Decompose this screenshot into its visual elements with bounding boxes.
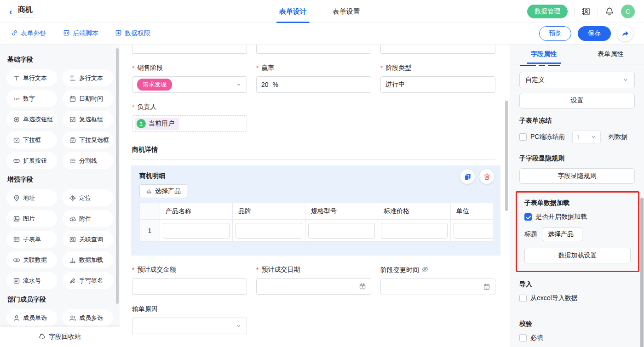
back-icon[interactable]: ‹ bbox=[9, 7, 12, 16]
stage-change-time-input[interactable]: 7 bbox=[380, 279, 495, 295]
data-load-settings-button[interactable]: 数据加载设置 bbox=[524, 248, 631, 263]
multi-select-icon bbox=[69, 136, 76, 144]
section-title-enhanced: 增强字段 bbox=[7, 176, 113, 184]
share-icon[interactable] bbox=[617, 26, 633, 41]
field-type-pill[interactable]: 定位 bbox=[63, 189, 113, 206]
lookup-icon bbox=[69, 235, 76, 243]
field-type-pill[interactable]: 扩展按钮 bbox=[6, 152, 57, 169]
section-title-basic: 基础字段 bbox=[7, 56, 113, 64]
toolbar-link[interactable]: 后端脚本 bbox=[63, 29, 98, 38]
user-avatar[interactable]: C bbox=[621, 5, 635, 18]
field-type-pill[interactable]: 单行文本 bbox=[6, 69, 57, 86]
column-header: 品牌 bbox=[233, 203, 305, 220]
visibility-rules-button[interactable]: 字段显隐规则 bbox=[519, 168, 635, 184]
freeze-checkbox[interactable] bbox=[519, 133, 527, 141]
contact-book-icon[interactable] bbox=[581, 6, 591, 17]
select-product-button[interactable]: 选择产品 bbox=[139, 184, 187, 198]
lose-reason-select[interactable] bbox=[132, 318, 247, 334]
tab-field-properties[interactable]: 字段属性 bbox=[510, 45, 577, 64]
field-type-pill[interactable]: 分割线 bbox=[63, 152, 113, 169]
copy-icon[interactable] bbox=[460, 169, 475, 184]
field-type-pill[interactable]: 123 数字 bbox=[6, 90, 57, 107]
field-expected-amount[interactable]: 预计成交金额 bbox=[132, 256, 247, 295]
expected-date-input[interactable]: 7 bbox=[256, 278, 371, 295]
data-manage-button[interactable]: 数据管理 bbox=[527, 5, 568, 18]
stage-type-input[interactable]: 进行中 bbox=[380, 76, 495, 93]
field-type-pill[interactable]: 流水号 bbox=[6, 272, 57, 289]
data-load-title-input[interactable] bbox=[543, 228, 582, 241]
data-load-title-field: 标题 bbox=[524, 228, 631, 241]
field-type-pill[interactable]: 复选框组 bbox=[63, 111, 113, 128]
field-type-pill[interactable]: 关联数据 bbox=[6, 251, 57, 268]
field-type-pill[interactable]: 子表单 bbox=[6, 231, 57, 248]
win-rate-unit: % bbox=[273, 81, 278, 88]
field-type-pill[interactable]: 图片 bbox=[6, 210, 57, 227]
sales-stage-select[interactable]: 需求发现 bbox=[132, 76, 247, 93]
field-type-pill[interactable]: 下拉框 bbox=[6, 131, 57, 148]
table-cell bbox=[451, 220, 494, 242]
cell-input[interactable] bbox=[236, 223, 302, 239]
expected-amount-input[interactable] bbox=[132, 278, 247, 295]
field-type-pill[interactable]: 成员单选 bbox=[6, 309, 57, 326]
field-owner[interactable]: 负责人 当前用户 bbox=[132, 93, 247, 132]
subform-table-wrapper: 产品名称品牌规格型号标准价格单位 1 bbox=[139, 203, 493, 242]
column-header: 标准价格 bbox=[378, 203, 451, 220]
freeze-column-count-select[interactable]: 1 bbox=[572, 131, 601, 143]
field-recycle-bin[interactable]: 字段回收站 bbox=[0, 327, 120, 347]
settings-button[interactable]: 设置 bbox=[519, 93, 635, 108]
win-rate-input[interactable]: 20 % bbox=[256, 76, 371, 93]
field-type-pill[interactable]: 单选按钮组 bbox=[6, 111, 57, 128]
required-checkbox[interactable] bbox=[519, 334, 527, 341]
toolbar-link[interactable]: 数据权限 bbox=[115, 29, 150, 38]
preview-button[interactable]: 预览 bbox=[539, 26, 571, 41]
field-type-pill[interactable]: 成员多选 bbox=[63, 309, 113, 326]
owner-picker[interactable]: 当前用户 bbox=[132, 115, 247, 132]
tab-form-design[interactable]: 表单设计 bbox=[279, 0, 307, 23]
section-title-members: 部门成员字段 bbox=[7, 296, 113, 304]
subform-field-selected[interactable]: 商机明细 选择产品 产品 bbox=[131, 165, 500, 256]
chevron-down-icon bbox=[622, 77, 629, 83]
clipped-input[interactable] bbox=[380, 45, 495, 54]
toolbar-link[interactable]: 表单外链 bbox=[11, 29, 46, 38]
save-button[interactable]: 保存 bbox=[578, 26, 611, 41]
field-type-pill[interactable]: 关联查询 bbox=[63, 231, 113, 248]
field-win-rate[interactable]: 赢率 20 % bbox=[256, 54, 371, 93]
cell-input[interactable] bbox=[454, 223, 493, 239]
sidebar-scrollbar[interactable] bbox=[116, 48, 119, 304]
panel-scrollbar[interactable] bbox=[640, 198, 644, 347]
external-link-icon bbox=[11, 29, 18, 38]
field-stage-type[interactable]: 阶段类型 进行中 bbox=[380, 54, 495, 93]
bell-icon[interactable] bbox=[604, 6, 615, 17]
excel-import-row: 从excel导入数据 bbox=[519, 294, 635, 302]
column-header: 规格型号 bbox=[305, 203, 378, 220]
custom-option-select[interactable]: 自定义 bbox=[519, 72, 635, 88]
divider-icon bbox=[69, 157, 76, 165]
field-stage-change-time[interactable]: 阶段变更时间 7 bbox=[380, 256, 495, 295]
cell-input[interactable] bbox=[381, 223, 448, 239]
tab-form-settings[interactable]: 表单设置 bbox=[333, 0, 360, 23]
column-header: 单位 bbox=[451, 203, 494, 220]
number-icon: 123 bbox=[12, 95, 20, 102]
signature-icon bbox=[69, 277, 76, 284]
field-type-pill[interactable]: 下拉复选框 bbox=[63, 131, 113, 148]
field-expected-date[interactable]: 预计成交日期 7 bbox=[256, 256, 371, 295]
field-type-pill[interactable]: 地址 bbox=[6, 189, 57, 206]
cell-input[interactable] bbox=[163, 223, 230, 239]
clipped-input[interactable] bbox=[132, 45, 247, 54]
excel-import-checkbox[interactable] bbox=[519, 295, 527, 302]
canvas-scrollbar[interactable] bbox=[505, 101, 508, 211]
field-type-pill[interactable]: 数据加载 bbox=[63, 251, 113, 268]
field-sales-stage[interactable]: 销售阶段 需求发现 bbox=[132, 54, 247, 93]
page-title[interactable]: 商机 bbox=[18, 5, 33, 17]
data-load-checkbox[interactable] bbox=[524, 213, 532, 221]
tab-form-properties[interactable]: 表单属性 bbox=[577, 45, 644, 64]
cell-input[interactable] bbox=[308, 223, 375, 239]
field-type-pill[interactable]: 多行文本 bbox=[63, 69, 113, 86]
field-type-pill[interactable]: 日期时间 bbox=[63, 90, 113, 107]
field-type-pill[interactable]: 附件 bbox=[63, 210, 113, 227]
clipped-input[interactable] bbox=[256, 45, 371, 54]
field-lose-reason[interactable]: 输单原因 bbox=[132, 295, 247, 334]
toolbar-links: 表单外链 后端脚本 数据权限 bbox=[11, 29, 150, 38]
trash-icon[interactable] bbox=[479, 169, 494, 184]
field-type-pill[interactable]: 手写签名 bbox=[63, 272, 113, 289]
